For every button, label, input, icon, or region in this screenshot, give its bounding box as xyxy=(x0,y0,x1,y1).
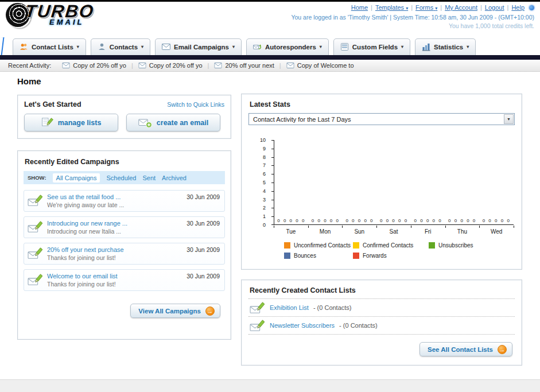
statistics-icon xyxy=(422,42,430,51)
campaign-subtitle: Thanks for joining our list! xyxy=(47,281,182,288)
autoresponders-icon xyxy=(253,42,262,51)
link-forms[interactable]: Forms ▾ xyxy=(415,4,437,11)
envelope-plus-icon xyxy=(138,118,152,128)
see-all-contact-lists-button[interactable]: See All Contact Lists → xyxy=(419,342,512,356)
button-label: See All Contact Lists xyxy=(428,346,493,353)
x-axis-tick xyxy=(411,226,411,228)
contact-list-link[interactable]: Exhibition List xyxy=(270,304,309,311)
recent-activity-item[interactable]: Copy of 20% off yo xyxy=(57,62,131,69)
campaign-title-link[interactable]: Introducing our new range ... xyxy=(47,220,182,227)
page-title: Home xyxy=(17,76,41,86)
x-axis-tick xyxy=(445,226,446,228)
link-separator: | xyxy=(507,4,509,11)
create-email-button[interactable]: create an email xyxy=(126,114,220,131)
legend-item: Confirmed Contacts xyxy=(353,242,429,249)
envelope-pencil-icon xyxy=(28,274,43,287)
y-axis-tick-label: 3 xyxy=(263,197,266,203)
contact-list-item[interactable]: Exhibition List - (0 Contacts) xyxy=(248,299,515,317)
recent-activity-item[interactable]: Copy of 20% off yo xyxy=(133,62,208,69)
stats-period-select[interactable]: Contact Activity for the Last 7 Days ▼ xyxy=(248,113,515,125)
header-links: Home | Templates ▾ | Forms ▾ | My Accoun… xyxy=(291,4,534,11)
chart-category-column: 0 0 0 0 0 xyxy=(377,140,411,224)
recent-activity-item[interactable]: Copy of Welcome to xyxy=(281,62,359,69)
campaign-filter-tab-archived[interactable]: Archived xyxy=(162,174,187,181)
contact-activity-chart: 012345678910 0 0 0 0 00 0 0 0 00 0 0 0 0… xyxy=(248,134,515,259)
chart-category-column: 0 0 0 0 0 xyxy=(411,140,445,224)
manage-lists-button[interactable]: manage lists xyxy=(24,114,118,131)
legend-label: Bounces xyxy=(294,253,316,259)
stats-panel-title: Latest Stats xyxy=(250,100,515,108)
bar-value-labels: 0 0 0 0 0 xyxy=(479,218,514,223)
x-axis-tick-label: Wed xyxy=(479,226,514,236)
nav-tab-statistics[interactable]: Statistics ▾ xyxy=(415,38,476,55)
campaign-row[interactable]: Welcome to our email list Thanks for joi… xyxy=(24,269,225,291)
link-templates[interactable]: Templates ▾ xyxy=(375,4,408,11)
legend-item: Unconfirmed Contacts xyxy=(284,242,353,249)
nav-tab-custom-fields[interactable]: Custom Fields ▾ xyxy=(333,38,410,55)
envelope-pencil-icon xyxy=(28,247,43,261)
campaign-title-link[interactable]: Welcome to our email list xyxy=(47,273,182,280)
y-axis-tick-label: 7 xyxy=(263,162,266,168)
campaign-filter-tab-scheduled[interactable]: Scheduled xyxy=(106,174,136,181)
view-all-campaigns-button[interactable]: View All Campaigns → xyxy=(130,304,220,318)
nav-tab-label: Custom Fields xyxy=(352,44,398,51)
campaign-title-link[interactable]: See us at the retail food ... xyxy=(47,193,182,200)
nav-tab-contact-lists[interactable]: Contact Lists ▾ xyxy=(13,38,86,55)
y-axis-tick-label: 5 xyxy=(263,180,266,185)
custom-fields-icon xyxy=(340,42,349,51)
legend-label: Unconfirmed Contacts xyxy=(294,242,351,249)
stats-period-value: Contact Activity for the Last 7 Days xyxy=(253,116,351,123)
campaign-row[interactable]: See us at the retail food ... We're givi… xyxy=(24,190,225,212)
campaign-title-link[interactable]: 20% off your next purchase xyxy=(47,246,182,253)
y-axis-tick-label: 4 xyxy=(263,188,266,194)
bar-value-labels: 0 0 0 0 0 xyxy=(377,218,411,223)
link-my-account[interactable]: My Account xyxy=(445,4,477,11)
recent-activity-item[interactable]: 20% off your next xyxy=(209,62,279,69)
legend-label: Confirmed Contacts xyxy=(363,242,413,249)
campaign-list: See us at the retail food ... We're givi… xyxy=(24,190,225,291)
bar-value-labels: 0 0 0 0 0 xyxy=(343,218,377,223)
button-label: manage lists xyxy=(58,119,102,127)
app-logo[interactable]: TURBO EMAIL xyxy=(6,3,94,27)
legend-item: Forwards xyxy=(353,253,429,259)
chevron-down-icon: ▾ xyxy=(467,44,469,49)
nav-tab-email-campaigns[interactable]: Email Campaigns ▾ xyxy=(155,38,242,55)
status-dot-icon xyxy=(529,5,534,10)
campaign-filter-tab-all[interactable]: All Campaigns xyxy=(53,173,100,183)
link-help[interactable]: Help xyxy=(511,4,525,11)
link-logout[interactable]: Logout xyxy=(485,4,504,11)
chart-category-column: 0 0 0 0 0 xyxy=(479,140,514,224)
campaign-date: 30 Jun 2009 xyxy=(187,273,220,280)
contact-list-item[interactable]: Newsletter Subscribers - (0 Contacts) xyxy=(248,317,515,335)
legend-label: Forwards xyxy=(363,253,387,259)
campaign-subtitle: Thanks for joining our list! xyxy=(47,254,182,261)
nav-tab-autoresponders[interactable]: Autoresponders ▾ xyxy=(246,38,329,55)
legend-label: Unsubscribes xyxy=(438,242,473,249)
envelope-icon xyxy=(286,63,294,68)
main-navigation: Contact Lists ▾ Contacts ▾ Email Campaig… xyxy=(0,37,540,60)
link-separator: | xyxy=(480,4,482,11)
campaign-date: 30 Jun 2009 xyxy=(187,193,220,200)
x-axis-tick xyxy=(342,226,343,228)
chevron-down-icon: ▾ xyxy=(401,44,403,49)
switch-quick-links-link[interactable]: Switch to Quick Links xyxy=(167,101,224,108)
chart-category-column: 0 0 0 0 0 xyxy=(274,140,309,224)
campaign-row[interactable]: 20% off your next purchase Thanks for jo… xyxy=(24,243,225,265)
contact-list-link[interactable]: Newsletter Subscribers xyxy=(270,322,335,329)
login-info: You are logged in as 'Timothy Smith' | S… xyxy=(291,14,534,21)
chart-plot-area: 0 0 0 0 00 0 0 0 00 0 0 0 00 0 0 0 00 0 … xyxy=(274,140,514,225)
campaign-filter-tab-sent[interactable]: Sent xyxy=(142,174,156,181)
x-axis-tick-label: Mon xyxy=(308,226,343,236)
link-home[interactable]: Home xyxy=(351,4,368,11)
chevron-down-icon: ▾ xyxy=(320,44,322,49)
legend-swatch-icon xyxy=(353,242,359,249)
nav-tab-contacts[interactable]: Contacts ▾ xyxy=(91,38,150,55)
legend-swatch-icon xyxy=(353,253,359,259)
link-separator: | xyxy=(371,4,372,11)
nav-tabs: Contact Lists ▾ Contacts ▾ Email Campaig… xyxy=(13,38,476,55)
chevron-down-icon: ▾ xyxy=(406,6,408,11)
legend-item: Bounces xyxy=(284,253,353,259)
campaign-row[interactable]: Introducing our new range ... Introducin… xyxy=(24,216,225,238)
recently-created-contact-lists-panel: Recently Created Contact Lists Exhibitio… xyxy=(241,280,522,366)
legend-swatch-icon xyxy=(429,242,435,249)
